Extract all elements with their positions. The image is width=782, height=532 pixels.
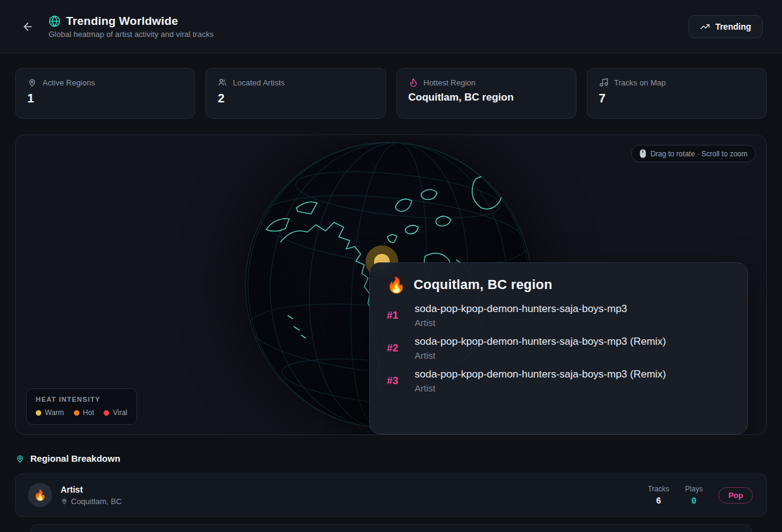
legend-item-warm: Warm bbox=[36, 408, 64, 417]
page-header: Trending Worldwide Global heatmap of art… bbox=[0, 0, 782, 53]
stat-value: 2 bbox=[218, 91, 373, 105]
region-row-artist[interactable]: 🔥 Artist Coquitlam, BC Tracks 6 Plays 0 … bbox=[15, 473, 767, 517]
artist-name: Artist bbox=[61, 485, 122, 494]
tooltip-region-title: Coquitlam, BC region bbox=[413, 277, 552, 293]
legend-item-hot: Hot bbox=[74, 408, 95, 417]
flame-icon bbox=[409, 78, 418, 87]
stats-row: Active Regions 1 Located Artists 2 Hotte… bbox=[15, 68, 767, 119]
fire-emoji-icon: 🔥 bbox=[33, 489, 46, 502]
warm-dot-icon bbox=[36, 410, 41, 416]
track-title: soda-pop-kpop-demon-hunters-saja-boys-mp… bbox=[415, 368, 666, 381]
globe-map-panel[interactable]: Drag to rotate · Scroll to zoom 🔥 Coquit… bbox=[15, 135, 767, 435]
plays-label: Plays bbox=[685, 485, 703, 493]
stat-label: Active Regions bbox=[42, 78, 95, 87]
tooltip-track-item: #1 soda-pop-kpop-demon-hunters-saja-boys… bbox=[387, 303, 730, 328]
hot-dot-icon bbox=[74, 410, 79, 416]
artist-location: Coquitlam, BC bbox=[71, 497, 122, 506]
stat-value: 1 bbox=[27, 91, 183, 105]
stat-value: 7 bbox=[599, 91, 755, 105]
plays-value: 0 bbox=[685, 496, 703, 505]
genre-badge: Pop bbox=[718, 487, 753, 504]
regional-breakdown-title: Regional Breakdown bbox=[30, 453, 120, 464]
map-pin-icon bbox=[15, 454, 25, 464]
region-tooltip: 🔥 Coquitlam, BC region #1 soda-pop-kpop-… bbox=[369, 262, 748, 434]
mouse-icon bbox=[640, 149, 646, 158]
stat-card-hottest-region: Hottest Region Coquitlam, BC region bbox=[396, 68, 576, 119]
tooltip-track-item: #2 soda-pop-kpop-demon-hunters-saja-boys… bbox=[387, 336, 730, 361]
music-note-icon bbox=[599, 78, 609, 87]
trending-button-label: Trending bbox=[715, 22, 751, 32]
map-pin-icon bbox=[61, 497, 68, 505]
track-rank: #2 bbox=[387, 342, 407, 354]
plays-stat: Plays 0 bbox=[685, 485, 703, 505]
page-title: Trending Worldwide bbox=[66, 15, 178, 28]
avatar: 🔥 bbox=[28, 483, 52, 507]
legend-label: Warm bbox=[45, 408, 64, 417]
regional-breakdown-section: Regional Breakdown 🔥 Artist Coquitlam, B… bbox=[15, 453, 767, 532]
viral-dot-icon bbox=[104, 410, 109, 416]
stat-card-active-regions: Active Regions 1 bbox=[15, 68, 195, 119]
legend-item-viral: Viral bbox=[104, 408, 127, 417]
stat-card-located-artists: Located Artists 2 bbox=[206, 68, 386, 119]
stat-label: Hottest Region bbox=[424, 78, 476, 87]
trending-button[interactable]: Trending bbox=[689, 15, 763, 38]
tracks-stat: Tracks 6 bbox=[648, 485, 670, 505]
track-rank: #1 bbox=[387, 310, 407, 322]
tracks-label: Tracks bbox=[648, 485, 670, 493]
users-icon bbox=[218, 78, 227, 87]
track-artist: Artist bbox=[415, 383, 666, 393]
map-pin-icon bbox=[27, 78, 37, 87]
region-row-partial[interactable] bbox=[30, 524, 752, 532]
track-artist: Artist bbox=[415, 350, 666, 361]
page-subtitle: Global heatmap of artist activity and vi… bbox=[48, 30, 213, 39]
back-button[interactable] bbox=[18, 17, 38, 36]
arrow-left-icon bbox=[22, 21, 34, 33]
legend-title: HEAT INTENSITY bbox=[36, 396, 127, 403]
track-title: soda-pop-kpop-demon-hunters-saja-boys-mp… bbox=[415, 336, 666, 348]
track-rank: #3 bbox=[387, 375, 407, 387]
globe-icon bbox=[48, 15, 61, 27]
heat-intensity-legend: HEAT INTENSITY Warm Hot Viral bbox=[26, 388, 137, 425]
fire-emoji-icon: 🔥 bbox=[387, 278, 406, 293]
track-title: soda-pop-kpop-demon-hunters-saja-boys-mp… bbox=[415, 303, 627, 315]
trending-up-icon bbox=[700, 22, 710, 32]
legend-label: Hot bbox=[83, 408, 95, 417]
legend-label: Viral bbox=[113, 408, 127, 417]
stat-label: Tracks on Map bbox=[614, 78, 666, 87]
stat-label: Located Artists bbox=[233, 78, 284, 87]
map-controls-hint: Drag to rotate · Scroll to zoom bbox=[631, 145, 756, 162]
stat-value: Coquitlam, BC region bbox=[409, 91, 564, 104]
map-controls-hint-text: Drag to rotate · Scroll to zoom bbox=[650, 150, 747, 158]
stat-card-tracks-on-map: Tracks on Map 7 bbox=[587, 68, 767, 119]
track-artist: Artist bbox=[415, 318, 627, 328]
tooltip-track-item: #3 soda-pop-kpop-demon-hunters-saja-boys… bbox=[387, 368, 730, 393]
tracks-value: 6 bbox=[648, 496, 670, 505]
